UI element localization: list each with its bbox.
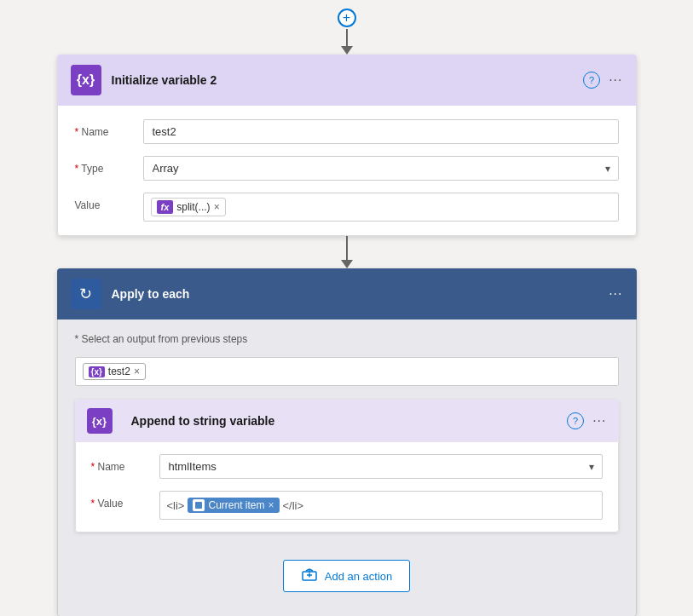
append-string-header: {x} Append to string variable ? ··· — [75, 400, 619, 442]
select-output-label: * Select an output from previous steps — [75, 333, 248, 345]
append-name-label: Name — [91, 454, 159, 473]
append-value-label: Value — [91, 491, 159, 509]
add-action-area: Add an action — [75, 546, 619, 599]
test2-token-text: test2 — [108, 366, 130, 377]
add-action-label: Add an action — [325, 570, 393, 583]
init-var-header: {x} Initialize variable 2 ? ··· — [57, 55, 637, 106]
value-field-row: Value fx split(...) × — [75, 193, 619, 222]
htmlitems-select[interactable]: htmlItems — [159, 454, 603, 479]
arrow-down-mid — [341, 260, 353, 268]
current-item-close[interactable]: × — [269, 500, 274, 510]
select-output-field[interactable]: {x} test2 × — [75, 357, 619, 386]
initialize-variable-card: {x} Initialize variable 2 ? ··· Name Typ… — [57, 55, 637, 236]
current-item-token: Current item × — [188, 498, 279, 513]
current-item-icon — [193, 499, 205, 511]
apply-header: ↻ Apply to each ··· — [57, 268, 637, 320]
name-label: Name — [75, 119, 143, 138]
append-value-row: Value <li> Current item × </li> — [91, 491, 603, 520]
var-icon: {x} — [89, 366, 105, 377]
append-string-title: Append to string variable — [131, 414, 568, 428]
name-field-row: Name — [75, 119, 619, 144]
connector-line-mid — [346, 236, 348, 260]
append-name-row: Name htmlItems ▾ — [91, 454, 603, 479]
current-item-icon-inner — [195, 502, 202, 509]
type-label: Type — [75, 156, 143, 175]
append-string-actions: ? ··· — [567, 412, 606, 429]
append-string-help-button[interactable]: ? — [567, 412, 584, 429]
li-prefix: <li> — [167, 499, 185, 512]
apply-body: * Select an output from previous steps {… — [57, 320, 637, 616]
apply-more-button[interactable]: ··· — [609, 286, 622, 302]
select-output-row: * Select an output from previous steps — [75, 333, 619, 345]
apply-actions: ··· — [609, 286, 622, 302]
li-suffix: </li> — [283, 499, 304, 512]
question-icon-2: ? — [573, 416, 578, 426]
htmlitems-select-wrapper: htmlItems ▾ — [159, 454, 603, 479]
middle-connector — [341, 236, 353, 268]
type-field-row: Type Array ▾ — [75, 156, 619, 181]
append-string-body: Name htmlItems ▾ Value <li> — [75, 442, 619, 533]
test2-token: {x} test2 × — [83, 363, 146, 380]
apply-title: Apply to each — [112, 287, 609, 301]
loop-icon: ↻ — [79, 285, 92, 303]
append-string-card: {x} Append to string variable ? ··· Name — [75, 400, 619, 533]
split-token-close[interactable]: × — [214, 202, 220, 212]
append-string-icon: {x} — [87, 408, 113, 434]
connector-line-top — [346, 29, 348, 46]
init-var-actions: ? ··· — [583, 72, 622, 89]
current-item-label: Current item — [208, 499, 264, 511]
apply-icon: ↻ — [71, 279, 101, 309]
select-output-token-area: {x} test2 × — [75, 357, 619, 386]
append-braces-icon: {x} — [92, 415, 107, 428]
append-value-field[interactable]: <li> Current item × </li> — [159, 491, 603, 520]
flow-container: + {x} Initialize variable 2 ? ··· Name — [0, 0, 693, 616]
add-action-button[interactable]: Add an action — [283, 560, 411, 592]
test2-token-close[interactable]: × — [134, 366, 140, 377]
split-token-text: split(...) — [176, 201, 210, 213]
plus-icon: + — [343, 11, 350, 25]
split-token: fx split(...) × — [151, 198, 226, 216]
init-var-body: Name Type Array ▾ Value fx split(...) — [57, 106, 637, 236]
add-step-button[interactable]: + — [338, 9, 356, 27]
top-add-connector: + — [338, 9, 356, 55]
fx-icon: fx — [157, 200, 174, 214]
init-var-help-button[interactable]: ? — [583, 72, 600, 89]
append-string-more-button[interactable]: ··· — [592, 413, 606, 429]
value-token-field[interactable]: fx split(...) × — [143, 193, 619, 222]
init-var-icon: {x} — [71, 65, 101, 95]
init-var-title: Initialize variable 2 — [112, 73, 584, 87]
braces-icon: {x} — [77, 72, 95, 88]
apply-to-each-card: ↻ Apply to each ··· * Select an output f… — [57, 268, 637, 616]
arrow-down-top — [341, 46, 353, 55]
name-input[interactable] — [143, 119, 619, 144]
add-action-icon — [301, 567, 318, 584]
question-icon: ? — [589, 75, 594, 85]
type-select-wrapper: Array ▾ — [143, 156, 619, 181]
value-label: Value — [75, 193, 143, 211]
init-var-more-button[interactable]: ··· — [609, 72, 622, 88]
type-select[interactable]: Array — [143, 156, 619, 181]
